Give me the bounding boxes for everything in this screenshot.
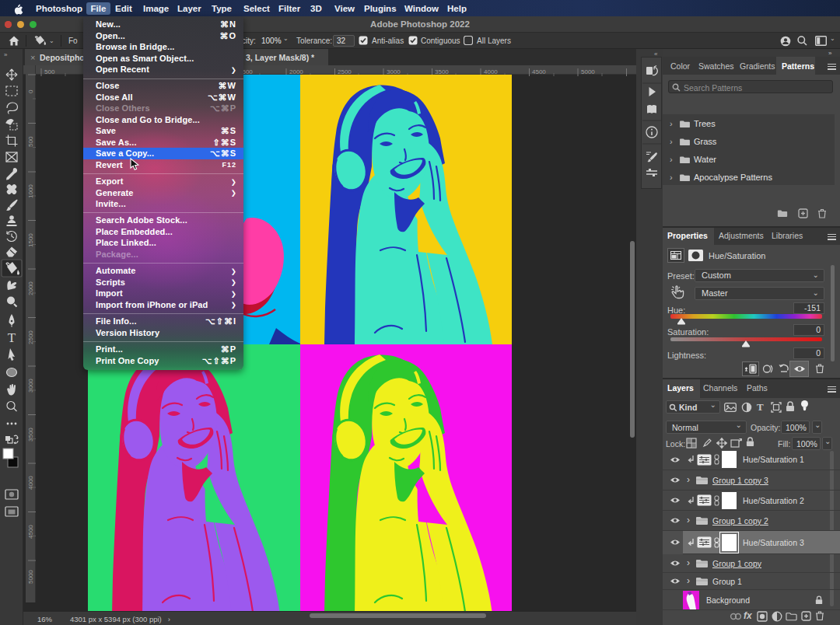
svg-text:4000: 4000 xyxy=(27,476,34,490)
svg-text:3500: 3500 xyxy=(27,428,34,442)
svg-text:0: 0 xyxy=(27,89,34,93)
svg-text:5000: 5000 xyxy=(27,570,34,584)
svg-text:4500: 4500 xyxy=(532,68,546,75)
svg-text:1000: 1000 xyxy=(27,184,34,198)
svg-text:500: 500 xyxy=(27,136,34,147)
svg-text:2000: 2000 xyxy=(27,281,34,295)
svg-text:T: T xyxy=(8,330,16,345)
svg-text:4500: 4500 xyxy=(27,525,34,539)
svg-text:2500: 2500 xyxy=(27,330,34,344)
svg-text:500: 500 xyxy=(44,68,55,75)
svg-text:3000: 3000 xyxy=(27,379,34,393)
svg-text:1500: 1500 xyxy=(27,233,34,247)
svg-text:5000: 5000 xyxy=(581,68,595,75)
